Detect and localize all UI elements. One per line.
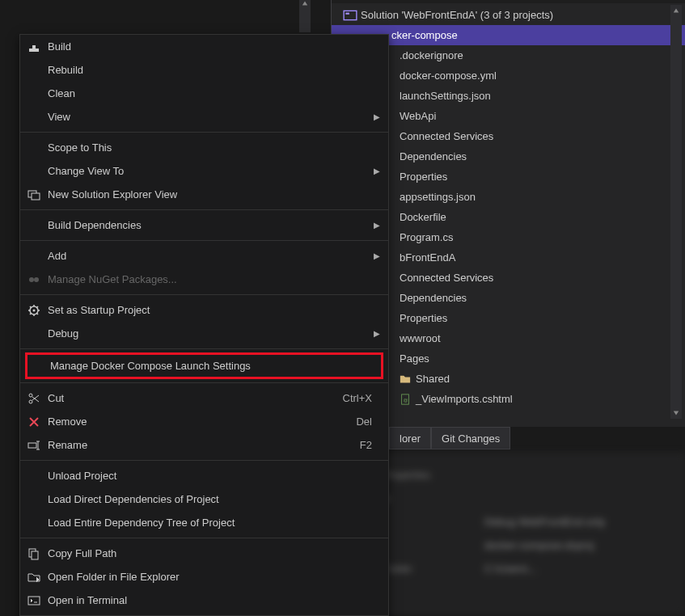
submenu-arrow-icon: ▶ [374, 167, 380, 175]
menu-separator [20, 460, 388, 461]
terminal-icon [20, 594, 48, 607]
shortcut-label: F2 [360, 439, 380, 451]
solution-root[interactable]: Solution 'WebFrontEndA' (3 of 3 projects… [332, 5, 685, 25]
menu-view[interactable]: View▶ [20, 105, 388, 129]
file-icon: @ [400, 394, 411, 405]
svg-rect-16 [28, 443, 36, 448]
svg-rect-5 [32, 45, 36, 49]
menu-set-startup-project[interactable]: Set as Startup Project [20, 298, 388, 322]
tab-solution-explorer[interactable]: lorer [389, 427, 431, 449]
svg-point-10 [29, 277, 34, 282]
menu-separator [20, 348, 388, 349]
shortcut-label: Del [356, 416, 380, 428]
menu-rename[interactable]: RenameF2 [20, 433, 388, 457]
menu-change-view-to[interactable]: Change View To▶ [20, 159, 388, 183]
explorer-scrollbar[interactable] [670, 5, 682, 419]
menu-separator [20, 240, 388, 241]
folder-icon [400, 373, 411, 385]
nuget-icon [20, 273, 48, 286]
menu-open-folder-file-explorer[interactable]: Open Folder in File Explorer [20, 565, 388, 589]
menu-separator [20, 382, 388, 383]
svg-point-14 [29, 400, 32, 403]
svg-rect-0 [344, 11, 357, 19]
menu-load-direct-dependencies[interactable]: Load Direct Dependencies of Project [20, 487, 388, 511]
menu-clean[interactable]: Clean [20, 82, 388, 105]
menu-cut[interactable]: CutCtrl+X [20, 386, 388, 410]
menu-add[interactable]: Add▶ [20, 244, 388, 268]
menu-separator [20, 538, 388, 538]
svg-point-15 [29, 394, 32, 397]
menu-rebuild[interactable]: Rebuild [20, 58, 388, 82]
svg-point-11 [34, 277, 39, 282]
menu-unload-project[interactable]: Unload Project [20, 464, 388, 487]
delete-icon [20, 416, 48, 428]
menu-copy-full-path[interactable]: Copy Full Path [20, 542, 388, 565]
scroll-up-icon[interactable] [670, 5, 682, 16]
scissors-icon [20, 392, 48, 405]
menu-scope-to-this[interactable]: Scope to This [20, 136, 388, 159]
menu-manage-nuget: Manage NuGet Packages... [20, 268, 388, 291]
menu-separator [20, 294, 388, 295]
menu-new-solution-explorer-view[interactable]: New Solution Explorer View [20, 183, 388, 206]
folder-open-icon [20, 571, 48, 584]
svg-rect-7 [32, 49, 36, 52]
menu-load-entire-dependency-tree[interactable]: Load Entire Dependency Tree of Project [20, 511, 388, 534]
rename-icon [20, 439, 48, 452]
window-icon [20, 188, 48, 201]
shortcut-label: Ctrl+X [343, 392, 380, 404]
svg-rect-6 [36, 49, 39, 52]
menu-separator [20, 132, 388, 133]
menu-debug[interactable]: Debug▶ [20, 322, 388, 345]
scroll-down-icon[interactable] [670, 407, 682, 419]
menu-build-dependencies[interactable]: Build Dependencies▶ [20, 213, 388, 237]
submenu-arrow-icon: ▶ [374, 112, 380, 121]
submenu-arrow-icon: ▶ [374, 251, 380, 260]
tab-git-changes[interactable]: Git Changes [431, 427, 510, 449]
svg-rect-9 [32, 193, 40, 200]
svg-point-13 [33, 309, 36, 311]
svg-rect-18 [32, 551, 38, 559]
menu-separator [20, 209, 388, 210]
build-icon [20, 40, 48, 53]
menu-open-in-terminal[interactable]: Open in Terminal [20, 589, 388, 612]
copy-icon [20, 547, 48, 560]
svg-rect-4 [29, 49, 32, 52]
menu-remove[interactable]: RemoveDel [20, 410, 388, 433]
svg-rect-1 [345, 12, 349, 14]
menu-manage-docker-compose-launch-settings[interactable]: Manage Docker Compose Launch Settings [25, 352, 383, 379]
editor-scrollbar[interactable] [299, 0, 311, 32]
gear-icon [20, 304, 48, 317]
panel-tabs: lorer Git Changes [389, 427, 510, 449]
menu-build[interactable]: Build [20, 35, 388, 58]
svg-rect-19 [28, 597, 40, 605]
submenu-arrow-icon: ▶ [374, 329, 380, 338]
submenu-arrow-icon: ▶ [374, 221, 380, 230]
solution-root-label: Solution 'WebFrontEndA' (3 of 3 projects… [361, 9, 553, 21]
context-menu: Build Rebuild Clean View▶ Scope to This … [19, 34, 389, 616]
svg-text:@: @ [403, 396, 408, 402]
solution-icon [343, 8, 357, 23]
